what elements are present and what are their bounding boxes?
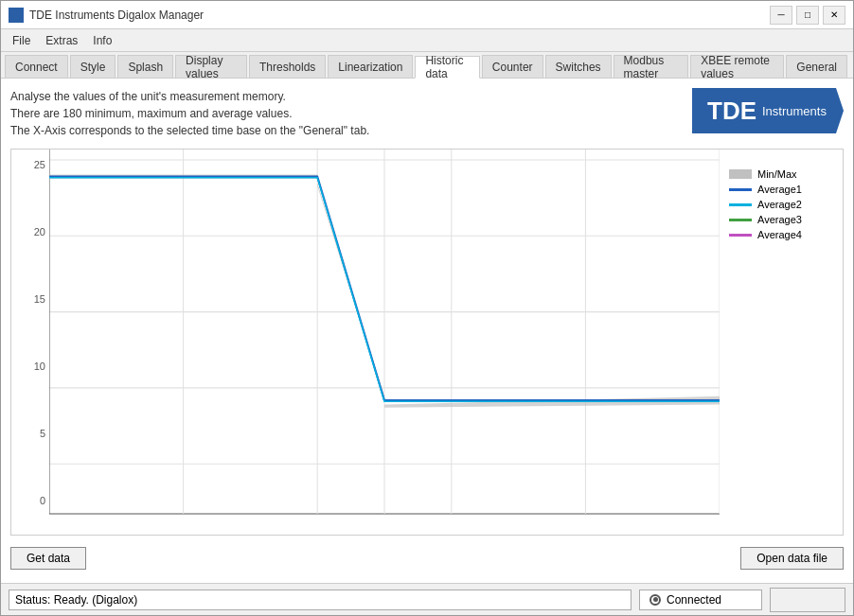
description-text: Analyse the values of the unit's measure… (10, 88, 369, 139)
close-button[interactable]: ✕ (823, 6, 845, 25)
legend-avg2-line (729, 203, 752, 206)
legend-avg1-label: Average1 (757, 184, 802, 195)
legend-avg2-label: Average2 (757, 199, 802, 210)
connected-label: Connected (667, 593, 721, 607)
main-window: TDE Instruments Digalox Manager ─ □ ✕ Fi… (0, 0, 854, 616)
menu-extras[interactable]: Extras (38, 32, 85, 49)
legend-avg4-label: Average4 (757, 229, 802, 240)
legend-avg1-line (729, 188, 752, 191)
window-title: TDE Instruments Digalox Manager (29, 9, 204, 22)
tab-linearization[interactable]: Linearization (328, 55, 413, 78)
menu-file[interactable]: File (5, 32, 38, 49)
desc-line1: Analyse the values of the unit's measure… (10, 88, 369, 105)
legend-avg4-line (729, 234, 752, 237)
connected-area: Connected (639, 590, 762, 610)
legend-minmax-label: Min/Max (757, 168, 797, 180)
tab-display-values[interactable]: Display values (175, 55, 247, 78)
tde-logo: TDE Instruments (692, 88, 844, 133)
tab-counter[interactable]: Counter (482, 55, 543, 78)
menu-bar: File Extras Info (1, 29, 853, 52)
legend-avg3-line (729, 219, 752, 221)
y-label-20: 20 (15, 226, 45, 238)
legend-minmax-box (729, 169, 752, 179)
get-data-button[interactable]: Get data (10, 547, 86, 570)
tab-historic-data[interactable]: Historic data (415, 56, 479, 79)
tab-splash[interactable]: Splash (117, 55, 173, 78)
chart-svg (49, 150, 720, 535)
tab-thresholds[interactable]: Thresholds (249, 55, 326, 78)
tde-logo-instruments: Instruments (762, 104, 827, 118)
title-bar: TDE Instruments Digalox Manager ─ □ ✕ (1, 1, 853, 29)
menu-info[interactable]: Info (85, 32, 119, 49)
tab-modbus-master[interactable]: Modbus master (614, 55, 689, 78)
chart-legend: Min/Max Average1 Average2 Average3 Avera… (720, 150, 843, 535)
connected-radio (649, 594, 661, 606)
status-text: Status: Ready. (Digalox) (9, 590, 632, 610)
app-icon (9, 8, 24, 23)
tde-logo-tde: TDE (707, 97, 756, 126)
y-label-5: 5 (15, 428, 45, 439)
tab-connect[interactable]: Connect (5, 55, 68, 78)
maximize-button[interactable]: □ (796, 6, 819, 25)
desc-line2: There are 180 minimum, maximum and avera… (10, 105, 369, 122)
legend-avg2: Average2 (729, 199, 833, 210)
y-label-10: 10 (15, 361, 45, 372)
desc-line3: The X-Axis corresponds to the selected t… (10, 122, 369, 139)
tab-xbee[interactable]: XBEE remote values (690, 55, 784, 78)
tab-general[interactable]: General (786, 55, 847, 78)
tab-switches[interactable]: Switches (545, 55, 612, 78)
title-bar-controls: ─ □ ✕ (770, 6, 845, 25)
chart-y-axis: 25 20 15 10 5 0 (11, 150, 49, 535)
status-bar: Status: Ready. (Digalox) Connected (1, 583, 853, 615)
chart-main (49, 150, 720, 535)
bottom-bar: Get data Open data file (10, 543, 844, 573)
y-label-25: 25 (15, 159, 45, 170)
y-label-0: 0 (15, 495, 45, 506)
chart-container: 25 20 15 10 5 0 (10, 149, 844, 536)
legend-avg3-label: Average3 (757, 214, 802, 225)
tab-style[interactable]: Style (70, 55, 116, 78)
minimize-button[interactable]: ─ (770, 6, 792, 25)
content-area: Analyse the values of the unit's measure… (1, 79, 853, 583)
legend-avg1: Average1 (729, 184, 833, 195)
legend-avg3: Average3 (729, 214, 833, 225)
tab-bar: Connect Style Splash Display values Thre… (1, 52, 853, 79)
title-bar-left: TDE Instruments Digalox Manager (9, 8, 204, 23)
legend-minmax: Min/Max (729, 168, 833, 180)
description-area: Analyse the values of the unit's measure… (10, 88, 844, 139)
y-label-15: 15 (15, 293, 45, 305)
status-extra (770, 588, 845, 612)
legend-avg4: Average4 (729, 229, 833, 240)
radio-inner (653, 597, 658, 602)
open-data-file-button[interactable]: Open data file (740, 547, 844, 570)
